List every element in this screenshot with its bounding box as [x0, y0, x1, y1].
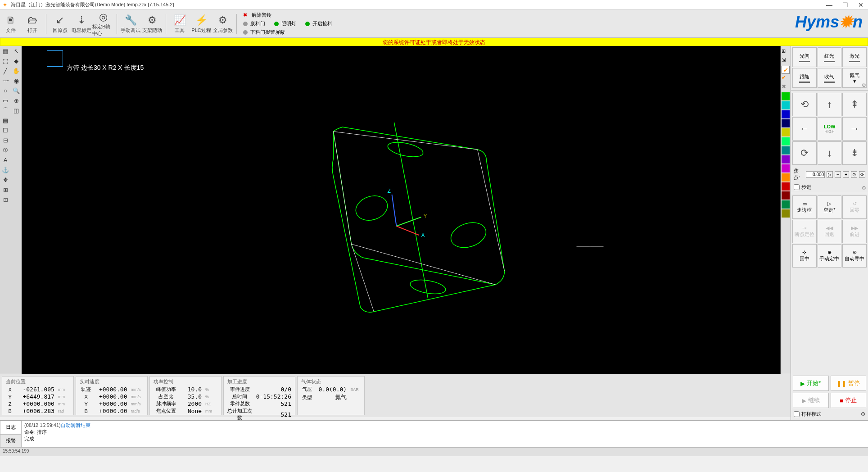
tool-curve[interactable]: 〰	[0, 76, 11, 86]
support-button[interactable]: ⚙支架随动	[141, 11, 163, 37]
tool-pan[interactable]: ✋	[11, 66, 22, 76]
tool-box[interactable]: ☐	[0, 125, 11, 135]
follow-button[interactable]: 跟随	[792, 68, 817, 88]
focus-reset[interactable]: ⊙	[851, 171, 857, 178]
continue-button[interactable]: ▶继续	[793, 393, 829, 408]
open-button[interactable]: 🗁打开	[22, 11, 43, 37]
thumbnail[interactable]	[47, 50, 63, 67]
origin-button[interactable]: ↙回原点	[49, 11, 71, 37]
shutter-button[interactable]: 光闸	[792, 47, 817, 67]
tool-arc[interactable]: ⌒	[0, 105, 11, 115]
tool-snap[interactable]: ⊡	[0, 195, 11, 204]
focus-minus[interactable]: −	[835, 171, 841, 178]
maximize-button[interactable]: ☐	[841, 1, 850, 9]
minimize-button[interactable]: —	[824, 1, 834, 9]
frame-button[interactable]: ▭走边框	[792, 195, 817, 219]
layer-red[interactable]	[782, 182, 790, 191]
tool-line[interactable]: ╱	[0, 66, 11, 76]
tool-circle[interactable]: ○	[0, 86, 11, 95]
plc-button[interactable]: ⚡PLC过程	[190, 11, 212, 37]
tool-zoomfit[interactable]: ⊕	[11, 95, 22, 105]
forward-button[interactable]: ▶▶前进	[842, 220, 867, 243]
tool-number[interactable]: ①	[0, 145, 11, 155]
redlight-button[interactable]: 红光	[818, 47, 842, 67]
center-button[interactable]: ⊹回中	[792, 244, 817, 268]
global-button[interactable]: ⚙全局参数	[212, 11, 234, 37]
b-center-button[interactable]: ◎标定B轴中心	[92, 11, 114, 37]
layer-bg[interactable]: ✔	[782, 74, 790, 82]
step-check[interactable]	[794, 184, 800, 190]
auto-center-button[interactable]: ⊛自动寻中	[842, 244, 867, 268]
speed-toggle[interactable]: LOWHIGH	[818, 117, 842, 141]
tool-text[interactable]: A	[0, 155, 11, 165]
layer-olive[interactable]	[782, 209, 790, 218]
tool-view[interactable]: ◫	[11, 105, 22, 115]
up-button[interactable]: ↑	[818, 93, 842, 116]
breakpoint-button[interactable]: ⇥断点定位	[792, 220, 817, 243]
light-opt[interactable]: 照明灯	[281, 20, 296, 27]
waste-door-opt[interactable]: 废料门	[250, 20, 265, 27]
layer-teal[interactable]	[782, 146, 790, 154]
tool-zoom[interactable]: 🔍	[11, 86, 22, 95]
unload-shield-opt[interactable]: 下料门报警屏蔽	[250, 29, 285, 36]
tool-rect[interactable]: ▭	[0, 95, 11, 105]
z-down-button[interactable]: ⇟	[842, 141, 867, 165]
layer-cyan[interactable]	[782, 101, 790, 109]
zero-button[interactable]: ↺回零	[842, 195, 867, 219]
tool-anchor[interactable]: ⚓	[0, 165, 11, 175]
layer-blue[interactable]	[782, 110, 790, 118]
tool-pointer[interactable]: ↖	[11, 46, 22, 56]
manual-button[interactable]: 🔧手动调试	[120, 11, 141, 37]
tool-grid[interactable]: ▦	[0, 46, 11, 56]
layer-green[interactable]	[782, 92, 790, 100]
cap-cal-button[interactable]: ⇣电容标定	[71, 11, 92, 37]
tool-align[interactable]: ⊞	[0, 185, 11, 195]
rotate-cw-button[interactable]: ⟳	[792, 141, 817, 165]
alarm-tab[interactable]: 报警	[0, 434, 22, 448]
tool-select[interactable]: ⬚	[0, 56, 11, 66]
right-button[interactable]: →	[842, 117, 867, 141]
laser-button[interactable]: 激光	[842, 47, 867, 67]
autofeed-opt[interactable]: 开启捡料	[312, 20, 332, 27]
layer-navy[interactable]	[782, 119, 790, 127]
stop-button[interactable]: ■停止	[831, 393, 867, 408]
layer-yellow[interactable]	[782, 128, 790, 136]
viewport[interactable]: 方管 边长30 X R2 X 长度15 X Y Z	[22, 46, 781, 374]
layer-x[interactable]: ✖	[782, 83, 790, 91]
file-button[interactable]: 🗎文件	[0, 11, 22, 37]
strip-expand[interactable]: ⇲	[782, 57, 790, 65]
strip-toggle[interactable]: ⊞	[782, 48, 790, 56]
back-button[interactable]: ◀◀回退	[818, 220, 842, 243]
log-tab[interactable]: 日志	[0, 421, 22, 434]
left-button[interactable]: ←	[792, 117, 817, 141]
tool-eye[interactable]: ◉	[11, 76, 22, 86]
focus-input[interactable]	[806, 171, 825, 178]
focus-sync[interactable]: ⟳	[859, 171, 865, 178]
gear-icon[interactable]: ⚙	[862, 185, 866, 191]
focus-go[interactable]: ▷	[827, 171, 833, 178]
down-button[interactable]: ↓	[818, 141, 842, 165]
blow-button[interactable]: 吹气	[818, 68, 842, 88]
start-button[interactable]: ▶开始*	[793, 376, 829, 391]
focus-plus[interactable]: +	[843, 171, 849, 178]
layer-magenta[interactable]	[782, 164, 790, 172]
layer-check[interactable]: ✔	[782, 66, 790, 74]
pause-button[interactable]: ❚❚暂停	[831, 376, 867, 391]
close-button[interactable]: ✕	[856, 1, 865, 9]
layer-dkred[interactable]	[782, 191, 790, 200]
manual-center-button[interactable]: ⊕手动定中	[818, 244, 842, 268]
layer-purple[interactable]	[782, 155, 790, 163]
clear-alarm-label[interactable]: 解除警铃	[252, 12, 271, 18]
tool-node[interactable]: ◆	[11, 56, 22, 66]
tool-dash[interactable]: ⊟	[0, 135, 11, 145]
z-up-button[interactable]: ⇞	[842, 93, 867, 116]
tool-button[interactable]: 📈工具	[169, 11, 190, 37]
dryrun-button[interactable]: ▷空走*	[818, 195, 842, 219]
tool-layer[interactable]: ▤	[0, 115, 11, 125]
gear-icon[interactable]: ⚙	[862, 82, 866, 88]
gear-icon[interactable]: ⚙	[861, 411, 865, 417]
rotate-ccw-button[interactable]: ⟲	[792, 93, 817, 116]
layer-dkgreen[interactable]	[782, 200, 790, 209]
layer-lime[interactable]	[782, 137, 790, 145]
sample-check[interactable]	[794, 411, 800, 417]
